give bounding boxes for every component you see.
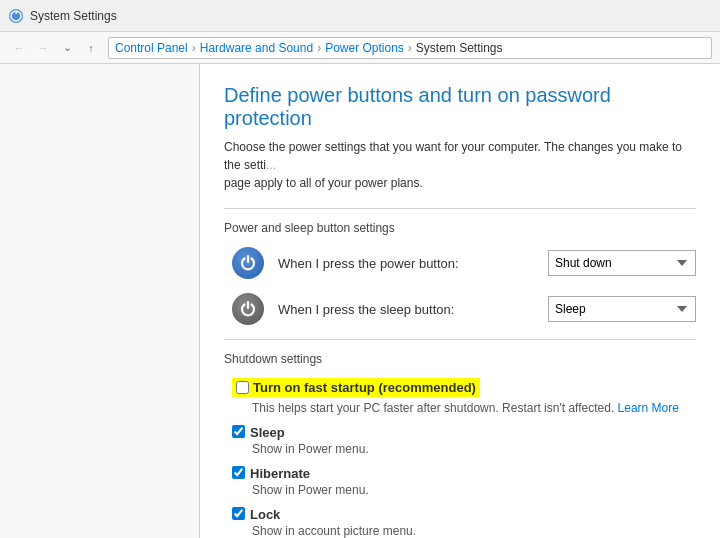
fast-startup-row: Turn on fast startup (recommended): [232, 378, 696, 397]
sleep-checkbox[interactable]: [232, 425, 245, 438]
breadcrumb-power-options[interactable]: Power Options: [325, 41, 404, 55]
fast-startup-desc: This helps start your PC faster after sh…: [252, 401, 696, 415]
up-button[interactable]: ↑: [80, 37, 102, 59]
sleep-row: Sleep: [232, 425, 696, 440]
lock-checkbox[interactable]: [232, 507, 245, 520]
title-bar-text: System Settings: [30, 9, 117, 23]
fast-startup-highlight: Turn on fast startup (recommended): [232, 378, 480, 397]
hibernate-label: Hibernate: [250, 466, 310, 481]
power-button-row: When I press the power button: Do nothin…: [232, 247, 696, 279]
sleep-button-select[interactable]: Do nothing Sleep Hibernate Shut down Tur…: [548, 296, 696, 322]
section-divider-2: [224, 339, 696, 340]
fast-startup-checkbox[interactable]: [236, 381, 249, 394]
fast-startup-label: Turn on fast startup (recommended): [253, 380, 476, 395]
lock-row: Lock: [232, 507, 696, 522]
page-description: Choose the power settings that you want …: [224, 138, 696, 192]
dropdown-button[interactable]: ⌄: [56, 37, 78, 59]
sleep-button-row: When I press the sleep button: Do nothin…: [232, 293, 696, 325]
sleep-desc: Show in Power menu.: [252, 442, 696, 456]
app-icon: [8, 8, 24, 24]
sleep-button-label: When I press the sleep button:: [278, 302, 548, 317]
hibernate-row: Hibernate: [232, 466, 696, 481]
section-divider-1: [224, 208, 696, 209]
power-sleep-section-label: Power and sleep button settings: [224, 221, 696, 235]
content-area: Define power buttons and turn on passwor…: [200, 64, 720, 538]
shutdown-section-label: Shutdown settings: [224, 352, 696, 366]
lock-desc: Show in account picture menu.: [252, 524, 696, 538]
breadcrumb-current: System Settings: [416, 41, 503, 55]
breadcrumb-path: Control Panel › Hardware and Sound › Pow…: [108, 37, 712, 59]
breadcrumb-bar: ← → ⌄ ↑ Control Panel › Hardware and Sou…: [0, 32, 720, 64]
nav-buttons: ← → ⌄ ↑: [8, 37, 102, 59]
title-bar: System Settings: [0, 0, 720, 32]
breadcrumb-control-panel[interactable]: Control Panel: [115, 41, 188, 55]
lock-label: Lock: [250, 507, 280, 522]
sleep-label: Sleep: [250, 425, 285, 440]
forward-button[interactable]: →: [32, 37, 54, 59]
sleep-button-icon: [232, 293, 264, 325]
main-content: Define power buttons and turn on passwor…: [0, 64, 720, 538]
page-title: Define power buttons and turn on passwor…: [224, 84, 696, 130]
hibernate-desc: Show in Power menu.: [252, 483, 696, 497]
back-button[interactable]: ←: [8, 37, 30, 59]
power-button-label: When I press the power button:: [278, 256, 548, 271]
hibernate-checkbox[interactable]: [232, 466, 245, 479]
breadcrumb-hardware-sound[interactable]: Hardware and Sound: [200, 41, 313, 55]
power-button-select[interactable]: Do nothing Sleep Hibernate Shut down Tur…: [548, 250, 696, 276]
power-button-icon: [232, 247, 264, 279]
learn-more-link[interactable]: Learn More: [618, 401, 679, 415]
left-nav: [0, 64, 200, 538]
